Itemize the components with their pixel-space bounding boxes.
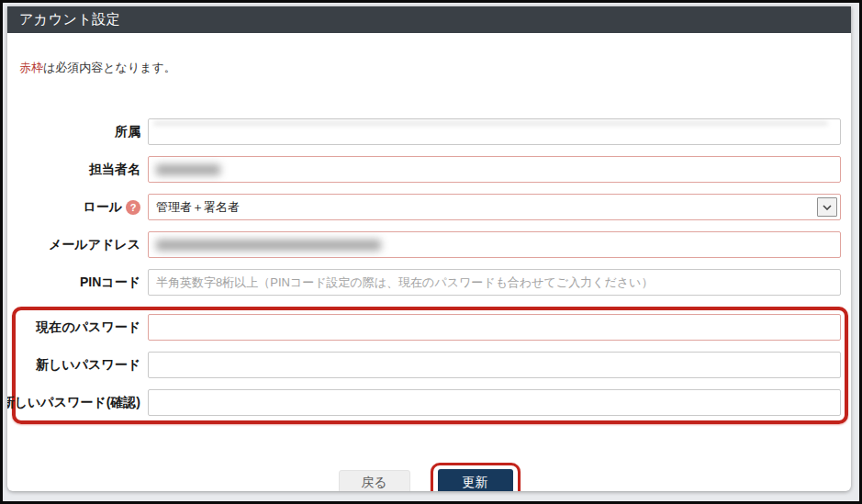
field-row-contact-name: 担当者名 [7, 156, 851, 183]
current-password-input[interactable] [148, 314, 841, 341]
update-button[interactable]: 更新 [438, 469, 513, 491]
affiliation-input[interactable] [148, 118, 841, 145]
field-row-pin: PINコード [7, 269, 851, 296]
back-button[interactable]: 戻る [339, 470, 410, 491]
account-form: 所属 担当者名 ロール ? [7, 118, 851, 491]
role-select[interactable]: 管理者＋署名者 [148, 194, 841, 220]
email-input[interactable] [148, 231, 841, 258]
affiliation-label: 所属 [7, 124, 140, 140]
role-label: ロール ? [7, 199, 140, 216]
field-row-current-password: 現在のパスワード [16, 314, 845, 341]
page-title: アカウント設定 [19, 11, 120, 28]
email-label: メールアドレス [7, 237, 140, 253]
contact-name-input[interactable] [148, 156, 841, 183]
field-row-new-password: 新しいパスワード [16, 352, 845, 378]
required-notice-highlight: 赤枠 [19, 61, 43, 74]
required-notice-text: は必須内容となります。 [43, 61, 176, 74]
window-frame: アカウント設定 赤枠は必須内容となります。 所属 担当者名 [0, 0, 862, 504]
role-select-value: 管理者＋署名者 [156, 199, 240, 216]
current-password-label: 現在のパスワード [16, 319, 140, 336]
field-row-role: ロール ? 管理者＋署名者 [7, 194, 851, 220]
field-row-email: メールアドレス [7, 231, 851, 258]
settings-panel: アカウント設定 赤枠は必須内容となります。 所属 担当者名 [7, 6, 851, 491]
panel-header: アカウント設定 [7, 6, 851, 33]
contact-name-label: 担当者名 [7, 162, 140, 178]
new-password-label: 新しいパスワード [16, 357, 140, 374]
field-row-affiliation: 所属 [7, 118, 851, 145]
action-buttons: 戻る 更新 [7, 463, 851, 491]
update-button-highlight: 更新 [431, 463, 521, 491]
pin-input[interactable] [148, 269, 841, 296]
new-password-input[interactable] [148, 352, 841, 378]
field-row-new-password-confirm: 新しいパスワード(確認) [16, 389, 845, 416]
chevron-down-icon [817, 197, 837, 217]
password-group-highlight: 現在のパスワード 新しいパスワード 新しいパスワード(確認) [12, 307, 848, 424]
new-password-confirm-input[interactable] [148, 389, 841, 416]
pin-label: PINコード [7, 274, 140, 291]
new-password-confirm-label: 新しいパスワード(確認) [16, 395, 140, 411]
required-notice: 赤枠は必須内容となります。 [19, 60, 838, 76]
role-help-icon[interactable]: ? [126, 200, 140, 215]
